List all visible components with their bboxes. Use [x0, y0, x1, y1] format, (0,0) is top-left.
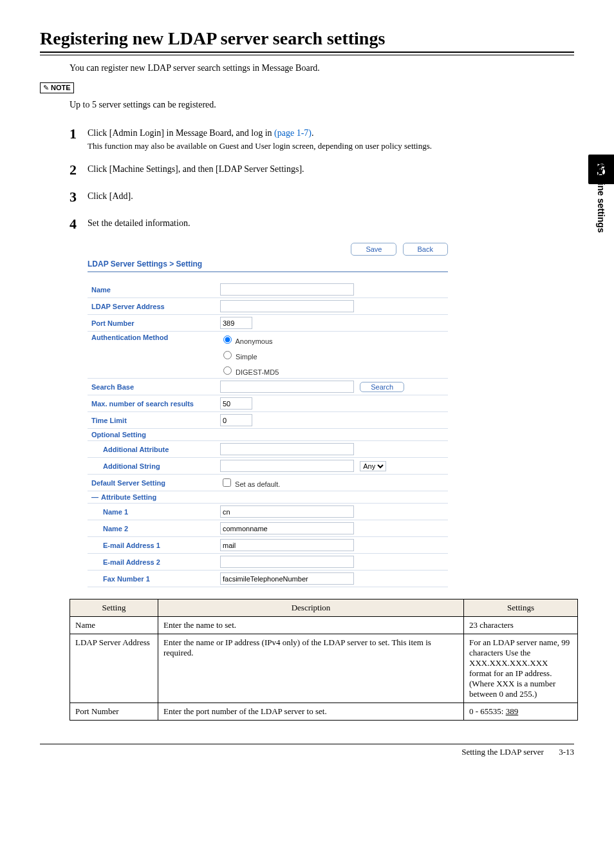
page-link[interactable]: (page 1-7) [274, 128, 312, 138]
step-1: 1 Click [Admin Login] in Message Board, … [70, 126, 574, 151]
step-text: Set the detailed information. [88, 216, 574, 229]
settings-form: Name LDAP Server Address Port Number Aut… [88, 281, 448, 587]
cell-setting: Name [70, 617, 158, 634]
name-input[interactable] [220, 283, 354, 296]
fax1-input[interactable] [220, 572, 354, 585]
default-server-label: Set as default. [235, 480, 280, 488]
label-search-base: Search Base [88, 379, 216, 395]
name2-input[interactable] [220, 522, 354, 534]
step-number: 4 [70, 216, 88, 232]
chapter-tab: 3 Machine settings [588, 155, 614, 283]
label-default-server: Default Server Setting [88, 475, 216, 491]
server-address-input[interactable] [220, 300, 354, 312]
port-input[interactable] [220, 317, 252, 329]
label-time-limit: Time Limit [88, 412, 216, 429]
auth-simple-radio[interactable] [223, 351, 232, 359]
auth-anonymous-label: Anonymous [235, 337, 272, 345]
label-auth-method: Authentication Method [88, 332, 216, 348]
cell-settings: 23 characters [464, 617, 578, 634]
save-button[interactable]: Save [351, 243, 396, 256]
table-row: Name Enter the name to set. 23 character… [70, 617, 578, 634]
collapse-icon: — [91, 493, 101, 501]
cell-description: Enter the name to set. [158, 617, 464, 634]
reference-table: Setting Description Settings Name Enter … [70, 599, 578, 721]
label-server-address: LDAP Server Address [88, 298, 216, 315]
time-limit-input[interactable] [220, 414, 252, 426]
page-title: Registering new LDAP server search setti… [40, 28, 574, 49]
max-results-input[interactable] [220, 397, 252, 410]
auth-simple-label: Simple [236, 353, 257, 361]
name1-input[interactable] [220, 505, 354, 518]
label-email1: E-mail Address 1 [88, 537, 216, 554]
title-underline [40, 52, 574, 55]
default-value: 389 [506, 706, 519, 716]
search-button[interactable]: Search [360, 382, 404, 392]
label-additional-attribute: Additional Attribute [88, 441, 216, 458]
step-number: 3 [70, 189, 88, 205]
note-badge: NOTE [40, 82, 74, 93]
step-2: 2 Click [Machine Settings], and then [LD… [70, 162, 574, 178]
cell-settings: 0 - 65535: 389 [464, 703, 578, 721]
back-button[interactable]: Back [403, 243, 448, 256]
range-text: 0 - 65535: [469, 706, 506, 716]
col-header-description: Description [158, 599, 464, 617]
table-row: Port Number Enter the port number of the… [70, 703, 578, 721]
step-text: Click [Admin Login] in Message Board, an… [88, 128, 274, 138]
label-max-results: Max. number of search results [88, 395, 216, 412]
step-4: 4 Set the detailed information. [70, 216, 574, 232]
label-name2: Name 2 [88, 520, 216, 537]
table-row: LDAP Server Address Enter the name or IP… [70, 634, 578, 703]
label-fax1: Fax Number 1 [88, 571, 216, 587]
col-header-settings: Settings [464, 599, 578, 617]
step-number: 1 [70, 126, 88, 142]
step-text: Click [Machine Settings], and then [LDAP… [88, 162, 574, 175]
page-footer: Setting the LDAP server 3-13 [40, 744, 574, 757]
ldap-settings-panel: Save Back LDAP Server Settings > Setting… [88, 243, 448, 587]
additional-string-input[interactable] [220, 460, 354, 472]
label-name1: Name 1 [88, 504, 216, 520]
email2-input[interactable] [220, 556, 354, 568]
cell-setting: Port Number [70, 703, 158, 721]
cell-description: Enter the name or IP address (IPv4 only)… [158, 634, 464, 703]
panel-heading: LDAP Server Settings > Setting [88, 259, 448, 272]
search-base-input[interactable] [220, 381, 354, 393]
auth-digest-label: DIGEST-MD5 [236, 368, 279, 376]
step-3: 3 Click [Add]. [70, 189, 574, 205]
note-text: Up to 5 server settings can be registere… [70, 100, 574, 110]
attribute-setting-label: Attribute Setting [101, 493, 156, 501]
step-subtext: This function may also be available on G… [88, 141, 574, 151]
label-additional-string: Additional String [88, 458, 216, 475]
default-server-checkbox[interactable] [223, 478, 231, 487]
cell-setting: LDAP Server Address [70, 634, 158, 703]
label-email2: E-mail Address 2 [88, 554, 216, 571]
attribute-setting-toggle[interactable]: —Attribute Setting [88, 491, 448, 504]
footer-page: 3-13 [559, 747, 574, 757]
col-header-setting: Setting [70, 599, 158, 617]
label-name: Name [88, 281, 216, 298]
step-number: 2 [70, 162, 88, 178]
additional-string-select[interactable]: Any [360, 461, 386, 471]
footer-title: Setting the LDAP server [461, 747, 544, 757]
cell-description: Enter the port number of the LDAP server… [158, 703, 464, 721]
step-text: Click [Add]. [88, 189, 574, 202]
label-port: Port Number [88, 315, 216, 332]
step-text-end: . [312, 128, 314, 138]
chapter-label: Machine settings [596, 160, 606, 250]
auth-anonymous-radio[interactable] [223, 335, 232, 344]
intro-text: You can register new LDAP server search … [70, 63, 574, 73]
label-optional: Optional Setting [88, 429, 448, 441]
email1-input[interactable] [220, 539, 354, 551]
auth-digest-radio[interactable] [223, 366, 232, 375]
additional-attribute-input[interactable] [220, 443, 354, 455]
cell-settings: For an LDAP server name, 99 characters U… [464, 634, 578, 703]
